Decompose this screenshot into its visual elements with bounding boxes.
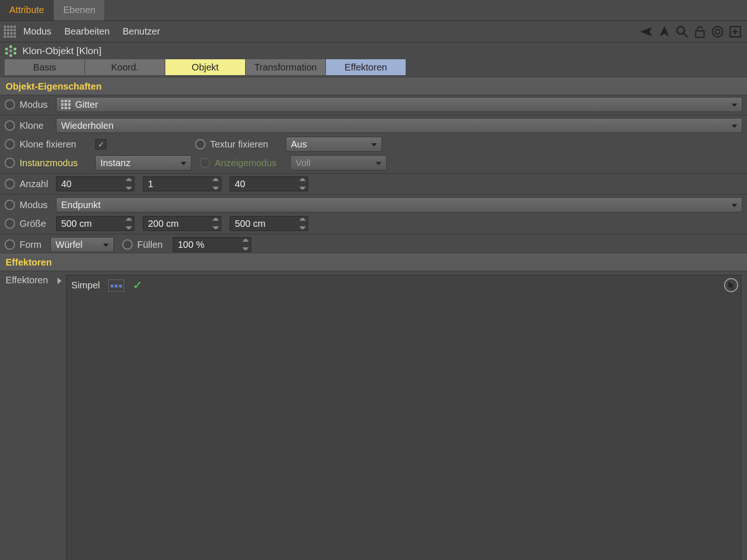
effector-enabled-check-icon[interactable]: ✓ — [133, 278, 143, 293]
anim-dot-form[interactable] — [5, 239, 15, 250]
subtab-effektoren[interactable]: Effektoren — [326, 59, 406, 75]
input-anzahl-z[interactable]: 40 — [230, 176, 308, 191]
grid-menu-icon[interactable] — [4, 26, 16, 38]
dropdown-instanzmodus[interactable]: Instanz — [95, 155, 191, 170]
attribute-menu-bar: Modus Bearbeiten Benutzer — [0, 21, 747, 42]
object-title: Klon-Objekt [Klon] — [22, 45, 101, 56]
subtab-transformation[interactable]: Transformation — [246, 59, 326, 75]
target-icon[interactable] — [710, 24, 726, 40]
svg-point-3 — [712, 27, 723, 37]
subtab-basis[interactable]: Basis — [5, 59, 85, 75]
svg-rect-2 — [696, 31, 704, 37]
svg-rect-22 — [115, 285, 118, 287]
lock-icon[interactable] — [692, 24, 708, 40]
anim-dot-klone[interactable] — [5, 120, 15, 131]
anim-dot-modus[interactable] — [5, 99, 15, 110]
anim-dot-modus2[interactable] — [5, 200, 15, 210]
dropdown-modus[interactable]: Gitter — [56, 97, 742, 112]
menu-edit[interactable]: Bearbeiten — [64, 26, 110, 37]
label-fuellen: Füllen — [137, 239, 166, 250]
section-object-properties: Objekt-Eigenschaften — [0, 78, 747, 95]
svg-line-1 — [684, 33, 688, 37]
anim-dot-groesse[interactable] — [5, 218, 15, 229]
menu-mode[interactable]: Modus — [23, 26, 51, 37]
subtab-koord[interactable]: Koord. — [85, 59, 165, 75]
checkbox-klone-fixieren[interactable] — [95, 139, 106, 149]
effector-item[interactable]: Simpel ✓ — [71, 278, 736, 293]
add-panel-icon[interactable] — [727, 24, 743, 40]
label-instanzmodus: Instanzmodus — [20, 158, 89, 168]
input-groesse-y[interactable]: 200 cm — [143, 216, 221, 231]
grid-mode-icon — [61, 100, 70, 109]
label-effectors-list: Effektoren — [6, 275, 48, 286]
panel-tab-bar: Attribute Ebenen — [0, 0, 747, 21]
label-klone-fixieren: Klone fixieren — [20, 139, 89, 150]
label-modus2: Modus — [20, 200, 49, 210]
dropdown-modus2[interactable]: Endpunkt — [56, 197, 742, 212]
label-form: Form — [20, 239, 44, 250]
nav-up-icon[interactable] — [656, 24, 672, 40]
svg-point-0 — [677, 27, 684, 34]
effector-name: Simpel — [71, 280, 100, 291]
attribute-sub-tabs: Basis Koord. Objekt Transformation Effek… — [0, 59, 747, 78]
dropdown-textur-fixieren[interactable]: Aus — [286, 137, 382, 152]
anim-dot-fuellen[interactable] — [122, 239, 133, 250]
dropdown-form[interactable]: Würfel — [50, 237, 114, 252]
anim-dot-textur-fix[interactable] — [195, 139, 205, 149]
list-cursor-icon[interactable] — [724, 278, 738, 292]
input-fuellen[interactable]: 100 % — [173, 237, 251, 252]
svg-rect-23 — [119, 285, 122, 287]
cloner-icon — [5, 45, 17, 57]
label-textur-fixieren: Textur fixieren — [210, 139, 279, 150]
svg-point-4 — [715, 29, 720, 34]
input-groesse-z[interactable]: 500 cm — [230, 216, 308, 231]
effectors-list[interactable]: Simpel ✓ — [66, 275, 741, 560]
anim-dot-instanz[interactable] — [5, 158, 15, 168]
search-icon[interactable] — [674, 24, 690, 40]
input-groesse-x[interactable]: 500 cm — [56, 216, 134, 231]
tab-layers[interactable]: Ebenen — [54, 0, 105, 21]
label-anzeigemodus: Anzeigemodus — [215, 158, 284, 168]
anim-dot-klone-fix[interactable] — [5, 139, 15, 149]
input-anzahl-x[interactable]: 40 — [56, 176, 134, 191]
dropdown-klone[interactable]: Wiederholen — [56, 118, 742, 133]
subtab-objekt[interactable]: Objekt — [165, 59, 246, 75]
object-header: Klon-Objekt [Klon] — [0, 42, 747, 59]
svg-rect-21 — [111, 285, 113, 287]
label-groesse: Größe — [20, 218, 49, 229]
nav-back-icon[interactable] — [639, 24, 655, 40]
label-klone: Klone — [20, 120, 49, 131]
effector-type-icon — [108, 280, 124, 292]
section-effectors: Effektoren — [0, 254, 747, 271]
label-modus: Modus — [20, 99, 49, 110]
label-anzahl: Anzahl — [20, 179, 49, 189]
anim-dot-anzeige[interactable] — [200, 158, 210, 168]
anim-dot-anzahl[interactable] — [5, 179, 15, 189]
expand-triangle-icon[interactable] — [57, 278, 62, 284]
input-anzahl-y[interactable]: 1 — [143, 176, 221, 191]
menu-user[interactable]: Benutzer — [123, 26, 160, 37]
tab-attribute[interactable]: Attribute — [0, 0, 54, 21]
dropdown-anzeigemodus[interactable]: Voll — [290, 155, 387, 170]
